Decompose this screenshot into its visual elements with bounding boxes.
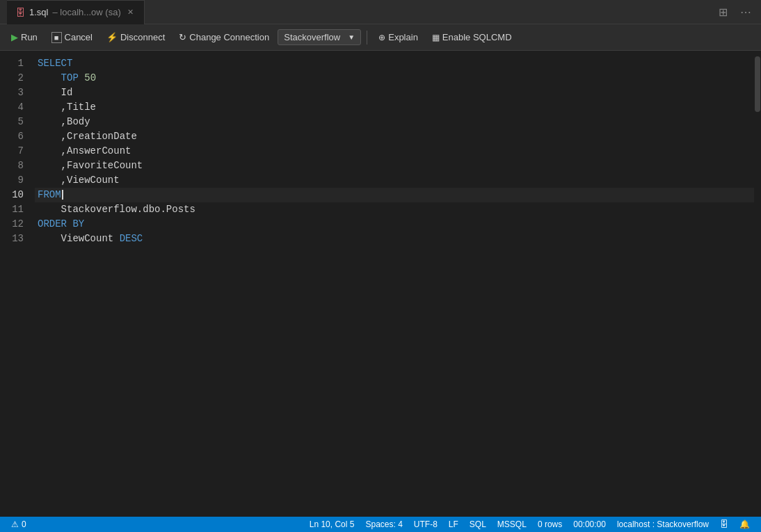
run-label: Run bbox=[21, 32, 38, 42]
status-right: Ln 10, Col 5 Spaces: 4 UTF-8 LF SQL MSSQ… bbox=[304, 519, 755, 529]
time-text: 00:00:00 bbox=[573, 519, 606, 529]
encoding-text: UTF-8 bbox=[414, 519, 438, 529]
code-line-1[interactable]: SELECT bbox=[35, 56, 754, 71]
code-editor[interactable]: SELECT TOP 50 Id ,Title ,Body ,CreationD… bbox=[35, 51, 754, 517]
dialect-text: MSSQL bbox=[497, 519, 527, 529]
warning-icon: ⚠ bbox=[11, 519, 19, 529]
line-numbers: 12345678910111213 bbox=[0, 51, 35, 517]
cursor-position[interactable]: Ln 10, Col 5 bbox=[304, 519, 360, 529]
change-connection-button[interactable]: ↻ Change Connection bbox=[173, 29, 275, 45]
status-left: ⚠ 0 bbox=[6, 519, 32, 529]
title-bar: 🗄 1.sql – localh...ow (sa) ✕ ⊞ ⋯ bbox=[0, 0, 761, 24]
warning-status[interactable]: ⚠ 0 bbox=[6, 519, 32, 529]
layout-icon[interactable]: ⊞ bbox=[716, 3, 730, 22]
encoding-indicator[interactable]: UTF-8 bbox=[408, 519, 443, 529]
connection-name: Stackoverflow bbox=[284, 32, 340, 42]
enable-sqlcmd-label: Enable SQLCMD bbox=[442, 32, 512, 42]
language-indicator[interactable]: SQL bbox=[464, 519, 492, 529]
notification-icon[interactable]: 🔔 bbox=[734, 519, 755, 529]
change-conn-icon: ↻ bbox=[179, 32, 186, 42]
run-icon: ▶ bbox=[11, 32, 18, 42]
vertical-scrollbar[interactable] bbox=[754, 51, 761, 517]
explain-button[interactable]: ⊕ Explain bbox=[373, 29, 424, 45]
cancel-button[interactable]: ■ Cancel bbox=[46, 29, 98, 46]
dropdown-arrow-icon: ▼ bbox=[348, 33, 355, 41]
connection-dropdown[interactable]: Stackoverflow ▼ bbox=[278, 29, 361, 45]
sqlcmd-icon: ▦ bbox=[432, 33, 440, 42]
status-bar: ⚠ 0 Ln 10, Col 5 Spaces: 4 UTF-8 LF SQL … bbox=[0, 517, 761, 532]
connection-indicator[interactable]: localhost : Stackoverflow bbox=[611, 519, 714, 529]
explain-icon: ⊕ bbox=[378, 33, 385, 42]
code-line-8[interactable]: ,FavoriteCount bbox=[35, 159, 754, 173]
code-line-9[interactable]: ,ViewCount bbox=[35, 173, 754, 188]
code-line-6[interactable]: ,CreationDate bbox=[35, 129, 754, 144]
cancel-icon: ■ bbox=[51, 32, 62, 43]
toolbar-separator bbox=[367, 31, 367, 45]
position-text: Ln 10, Col 5 bbox=[310, 519, 355, 529]
enable-sqlcmd-button[interactable]: ▦ Enable SQLCMD bbox=[426, 29, 518, 45]
more-icon[interactable]: ⋯ bbox=[737, 3, 754, 22]
run-button[interactable]: ▶ Run bbox=[6, 29, 43, 45]
editor-tab[interactable]: 🗄 1.sql – localh...ow (sa) ✕ bbox=[7, 0, 145, 24]
explain-label: Explain bbox=[388, 32, 418, 42]
tab-db-icon: 🗄 bbox=[15, 7, 25, 18]
scrollbar-thumb[interactable] bbox=[755, 56, 760, 112]
disconnect-icon: ⚡ bbox=[106, 32, 118, 42]
db-status-icon[interactable]: 🗄 bbox=[714, 519, 734, 529]
code-line-12[interactable]: ORDER BY bbox=[35, 217, 754, 232]
line-ending-indicator[interactable]: LF bbox=[443, 519, 464, 529]
change-connection-label: Change Connection bbox=[189, 32, 269, 42]
db-icon: 🗄 bbox=[720, 519, 728, 529]
title-bar-controls: ⊞ ⋯ bbox=[716, 3, 754, 22]
code-line-13[interactable]: ViewCount DESC bbox=[35, 232, 754, 246]
bell-icon: 🔔 bbox=[739, 519, 750, 529]
spaces-text: Spaces: 4 bbox=[365, 519, 402, 529]
tab-area: 🗄 1.sql – localh...ow (sa) ✕ bbox=[7, 0, 716, 24]
language-text: SQL bbox=[470, 519, 486, 529]
code-line-4[interactable]: ,Title bbox=[35, 100, 754, 115]
tab-subtitle: – localh...ow (sa) bbox=[52, 7, 120, 17]
spaces-indicator[interactable]: Spaces: 4 bbox=[360, 519, 408, 529]
code-line-2[interactable]: TOP 50 bbox=[35, 71, 754, 86]
dialect-indicator[interactable]: MSSQL bbox=[492, 519, 532, 529]
tab-name: 1.sql bbox=[29, 7, 48, 17]
editor-area: 12345678910111213 SELECT TOP 50 Id ,Titl… bbox=[0, 51, 761, 517]
code-line-7[interactable]: ,AnswerCount bbox=[35, 144, 754, 159]
connection-text: localhost : Stackoverflow bbox=[617, 519, 709, 529]
warning-count: 0 bbox=[22, 519, 26, 529]
line-ending-text: LF bbox=[449, 519, 458, 529]
rows-indicator[interactable]: 0 rows bbox=[532, 519, 568, 529]
code-line-5[interactable]: ,Body bbox=[35, 115, 754, 129]
time-indicator[interactable]: 00:00:00 bbox=[568, 519, 611, 529]
cancel-label: Cancel bbox=[65, 32, 93, 42]
tab-close-button[interactable]: ✕ bbox=[125, 7, 136, 17]
toolbar: ▶ Run ■ Cancel ⚡ Disconnect ↻ Change Con… bbox=[0, 24, 761, 51]
rows-text: 0 rows bbox=[538, 519, 562, 529]
code-line-3[interactable]: Id bbox=[35, 86, 754, 100]
disconnect-label: Disconnect bbox=[120, 32, 165, 42]
code-line-11[interactable]: Stackoverflow.dbo.Posts bbox=[35, 202, 754, 217]
disconnect-button[interactable]: ⚡ Disconnect bbox=[101, 29, 170, 45]
code-line-10[interactable]: FROM bbox=[35, 188, 754, 202]
